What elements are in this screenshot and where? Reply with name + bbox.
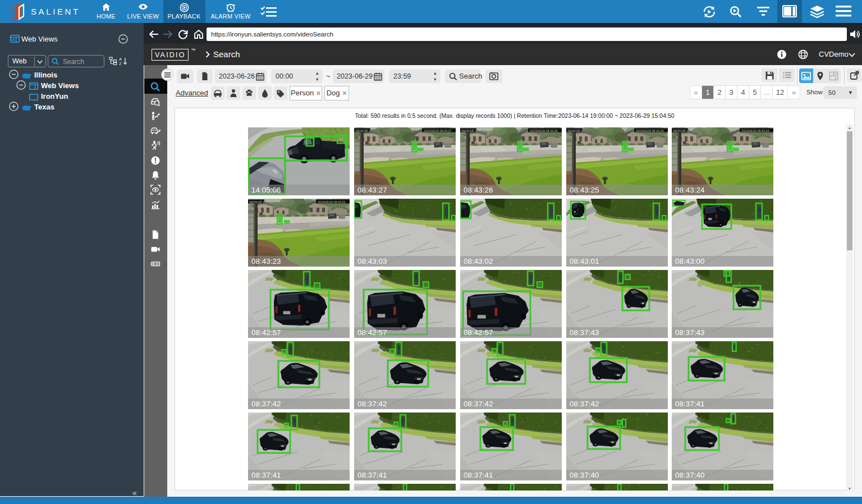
svg-text:2023/06/29 08:43:23: 2023/06/29 08:43:23 (318, 200, 345, 204)
svg-text:08:37:41: 08:37:41 (675, 400, 705, 408)
svg-text:08:43:03: 08:43:03 (357, 257, 387, 265)
svg-text:08:43:02: 08:43:02 (464, 257, 493, 265)
svg-text:08:43:23: 08:43:23 (251, 257, 281, 265)
svg-text:08:37:40: 08:37:40 (570, 471, 599, 479)
svg-text:08:43:27: 08:43:27 (357, 186, 387, 194)
svg-text:08:42:57: 08:42:57 (357, 328, 387, 337)
svg-text:08:43:25: 08:43:25 (570, 186, 599, 194)
svg-text:08:37:41: 08:37:41 (251, 471, 281, 479)
svg-text:2023/06/29 08:43:26: 2023/06/29 08:43:26 (530, 129, 557, 132)
svg-text:08:43:00: 08:43:00 (675, 257, 705, 265)
svg-text:08:43:26: 08:43:26 (464, 186, 493, 194)
svg-text:08:42:57: 08:42:57 (251, 328, 281, 337)
svg-text:08:37:42: 08:37:42 (251, 400, 281, 408)
svg-text:14:05:06: 14:05:06 (251, 186, 281, 194)
svg-text:SENSOR 2: SENSOR 2 (249, 200, 264, 204)
svg-text:08:37:41: 08:37:41 (357, 471, 387, 479)
svg-text:08:42:57: 08:42:57 (464, 328, 493, 337)
svg-text:08:37:40: 08:37:40 (675, 471, 705, 479)
svg-text:08:37:43: 08:37:43 (675, 328, 705, 337)
svg-text:2023/06/29 08:43:27: 2023/06/29 08:43:27 (424, 129, 451, 132)
svg-text:08:43:24: 08:43:24 (675, 186, 705, 194)
svg-text:Z: Z (119, 61, 122, 66)
svg-text:2023/06/29 08:43:24: 2023/06/29 08:43:24 (741, 129, 769, 132)
svg-text:SENSOR 2: SENSOR 2 (567, 129, 583, 132)
svg-text:08:37:42: 08:37:42 (464, 400, 493, 408)
svg-text:SENSOR 2: SENSOR 2 (461, 129, 476, 132)
svg-text:08:37:42: 08:37:42 (357, 400, 387, 408)
svg-text:08:37:42: 08:37:42 (570, 400, 599, 408)
svg-text:SENSOR 2: SENSOR 2 (673, 129, 688, 132)
svg-text:SENSOR 2: SENSOR 2 (355, 129, 370, 132)
svg-text:08:37:41: 08:37:41 (464, 471, 493, 479)
svg-text:08:37:43: 08:37:43 (570, 328, 599, 337)
svg-text:08:43:01: 08:43:01 (570, 257, 599, 265)
svg-text:2023/06/29 08:43:25: 2023/06/29 08:43:25 (636, 129, 663, 132)
svg-text:SALIENT: SALIENT (31, 7, 80, 16)
